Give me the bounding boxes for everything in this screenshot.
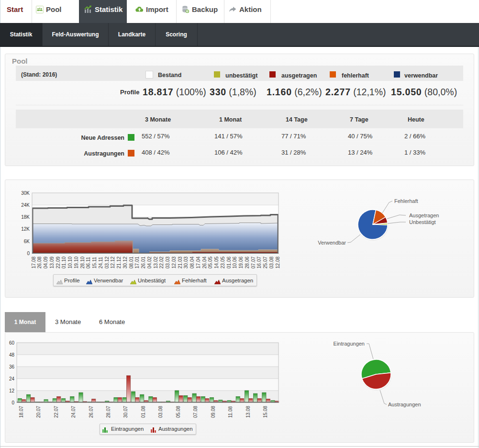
svg-text:12.08: 12.08 <box>275 257 280 269</box>
svg-text:03.03: 03.03 <box>165 257 170 269</box>
svg-text:15.08: 15.08 <box>263 406 268 418</box>
svg-text:17.01: 17.01 <box>134 257 140 269</box>
svg-text:28.07: 28.07 <box>106 406 111 418</box>
svg-text:26.01: 26.01 <box>141 257 146 269</box>
svg-text:01.06: 01.06 <box>226 257 232 269</box>
svg-text:12.12: 12.12 <box>110 257 115 269</box>
svg-text:0: 0 <box>11 400 14 405</box>
svg-text:24.11: 24.11 <box>98 257 103 269</box>
svg-text:23.05: 23.05 <box>220 257 225 269</box>
svg-text:0: 0 <box>27 251 30 256</box>
svg-text:30K: 30K <box>21 190 30 196</box>
svg-text:22.02: 22.02 <box>159 257 164 269</box>
svg-text:13.02: 13.02 <box>153 257 158 269</box>
svg-text:12K: 12K <box>21 226 30 232</box>
svg-text:19.06: 19.06 <box>238 257 244 269</box>
svg-text:08.01: 08.01 <box>129 257 134 269</box>
svg-text:30.07: 30.07 <box>123 406 128 418</box>
svg-text:Austragungen: Austragungen <box>388 402 421 407</box>
svg-text:11.08: 11.08 <box>228 406 233 418</box>
svg-text:12: 12 <box>9 388 15 393</box>
svg-text:26.08: 26.08 <box>37 257 42 269</box>
svg-text:26.04: 26.04 <box>202 257 207 269</box>
svg-text:14.05: 14.05 <box>214 257 219 269</box>
svg-text:22.07: 22.07 <box>54 406 59 418</box>
svg-text:Unbestätigt: Unbestätigt <box>409 219 436 225</box>
svg-text:30.12: 30.12 <box>123 257 128 269</box>
svg-text:03.08: 03.08 <box>269 257 274 269</box>
svg-text:20.07: 20.07 <box>36 406 41 418</box>
svg-text:05.05: 05.05 <box>208 257 213 269</box>
svg-text:28.10: 28.10 <box>80 257 85 269</box>
svg-text:Ausgetragen: Ausgetragen <box>409 213 439 218</box>
svg-text:19.10: 19.10 <box>74 257 79 269</box>
svg-text:Eintragungen: Eintragungen <box>334 341 365 347</box>
svg-text:10.06: 10.06 <box>232 257 237 269</box>
svg-text:17.08: 17.08 <box>31 257 36 269</box>
svg-text:28.06: 28.06 <box>245 257 250 269</box>
svg-text:15.11: 15.11 <box>92 257 97 269</box>
svg-text:12.03: 12.03 <box>171 257 177 269</box>
svg-text:04.09: 04.09 <box>43 257 48 269</box>
svg-text:Verwendbar: Verwendbar <box>318 240 346 246</box>
svg-text:Fehlerhaft: Fehlerhaft <box>394 198 418 204</box>
svg-text:21.03: 21.03 <box>178 257 183 269</box>
svg-text:25.07: 25.07 <box>263 257 268 269</box>
svg-text:26.07: 26.07 <box>89 406 94 418</box>
svg-text:07.07: 07.07 <box>251 257 256 269</box>
svg-text:01.08: 01.08 <box>141 406 146 418</box>
svg-text:13.09: 13.09 <box>49 257 55 269</box>
svg-text:08.04: 08.04 <box>189 257 195 269</box>
svg-text:22.09: 22.09 <box>56 257 61 269</box>
svg-text:36: 36 <box>9 364 15 370</box>
svg-text:06.11: 06.11 <box>86 257 91 269</box>
svg-text:18.07: 18.07 <box>19 406 24 418</box>
svg-text:03.12: 03.12 <box>104 257 110 269</box>
svg-text:10.10: 10.10 <box>67 257 73 269</box>
svg-text:13.08: 13.08 <box>245 406 251 418</box>
svg-text:21.12: 21.12 <box>116 257 122 269</box>
svg-text:24K: 24K <box>21 202 30 208</box>
svg-text:24.07: 24.07 <box>71 406 76 418</box>
svg-text:04.02: 04.02 <box>147 257 152 269</box>
svg-text:30.03: 30.03 <box>183 257 189 269</box>
svg-text:24: 24 <box>9 376 15 381</box>
svg-text:09.08: 09.08 <box>211 406 216 418</box>
svg-text:6K: 6K <box>24 239 30 244</box>
svg-text:60: 60 <box>9 340 15 346</box>
svg-text:01.10: 01.10 <box>61 257 67 269</box>
svg-text:07.08: 07.08 <box>193 406 198 418</box>
svg-text:18K: 18K <box>21 214 30 220</box>
svg-text:17.04: 17.04 <box>196 257 201 269</box>
svg-text:48: 48 <box>9 352 15 358</box>
svg-text:05.08: 05.08 <box>176 406 181 418</box>
svg-text:03.08: 03.08 <box>158 406 163 418</box>
svg-text:16.07: 16.07 <box>256 257 262 269</box>
